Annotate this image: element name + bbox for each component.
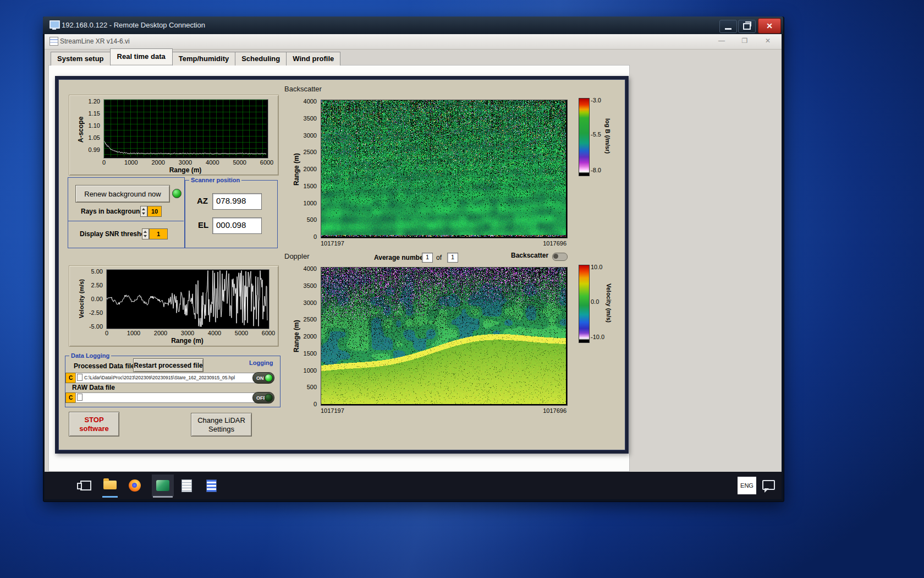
axis-tick: 4000: [208, 330, 221, 336]
renew-background-button[interactable]: Renew background now: [75, 185, 170, 203]
notification-center-icon[interactable]: [762, 480, 775, 490]
raw-drive-selector[interactable]: C: [65, 392, 76, 403]
axis-tick: 2000: [154, 330, 167, 336]
axis-tick: 1.15: [89, 110, 100, 117]
axis-tick: 0: [314, 233, 317, 240]
average-number-label: Average number: [374, 254, 426, 261]
raw-path-field[interactable]: [75, 392, 260, 403]
raw-logging-led: [265, 394, 273, 402]
average-count-field[interactable]: 1: [447, 253, 458, 263]
app-window-title: StreamLine XR v14-6.vi: [60, 37, 130, 45]
tab-wind-profile[interactable]: Wind profile: [286, 52, 340, 66]
ascope-plot: [103, 99, 268, 159]
data-logging-title: Data Logging: [69, 352, 111, 359]
az-value-display: 078.998: [212, 193, 262, 210]
axis-tick: 3000: [304, 299, 317, 306]
snr-threshold-label: Display SNR threshold: [80, 230, 151, 238]
backscatter-toggle-label: Backscatter: [511, 252, 548, 259]
rdp-close-button[interactable]: ✕: [758, 18, 781, 34]
axis-tick: 0: [105, 330, 108, 336]
doppler-colorbar-tick-mid: 0.0: [591, 298, 599, 305]
processed-data-file-label: Processed Data file: [74, 362, 135, 370]
axis-tick: 2000: [304, 333, 317, 340]
backscatter-colorbar-tick-top: -3.0: [591, 97, 601, 103]
doppler-y-ticks: 40003500300025002000150010005000: [299, 269, 318, 404]
axis-tick: -5.00: [89, 323, 103, 330]
app-titlebar[interactable]: StreamLine XR v14-6.vi — ❐ ✕: [45, 34, 782, 50]
axis-tick: -2.50: [89, 309, 103, 316]
renew-background-led: [172, 189, 182, 198]
on-label: ON: [256, 375, 264, 381]
scanner-position-group: [185, 180, 278, 248]
backscatter-display-toggle[interactable]: [552, 253, 568, 261]
axis-tick: 3500: [304, 282, 317, 289]
rdp-maximize-button[interactable]: [738, 20, 756, 33]
rays-in-background-label: Rays in background: [81, 208, 144, 215]
axis-tick: 3000: [181, 330, 194, 336]
file-explorer-icon[interactable]: [103, 481, 117, 489]
axis-tick: 500: [307, 384, 317, 390]
firefox-icon[interactable]: [129, 479, 141, 492]
app-icon: [50, 37, 58, 46]
axis-tick: 3500: [304, 115, 317, 122]
axis-tick: 1000: [124, 159, 138, 166]
restart-processed-file-button[interactable]: Restart processed file: [133, 358, 204, 372]
snr-value-field[interactable]: 1: [149, 228, 168, 239]
axis-tick: 1.20: [89, 98, 100, 105]
scan-schedule-app-icon[interactable]: [182, 479, 192, 492]
doppler-colorbar-label: Velocity (m/s): [605, 272, 613, 333]
app-close-button[interactable]: ✕: [763, 37, 773, 45]
stop-software-button[interactable]: STOP software: [69, 412, 119, 437]
rdp-titlebar[interactable]: 192.168.0.122 - Remote Desktop Connectio…: [43, 17, 783, 34]
app-minimize-button[interactable]: —: [717, 37, 727, 45]
doppler-heatmap: [321, 267, 568, 406]
rays-spinner[interactable]: [140, 206, 147, 217]
desktop: 192.168.0.122 - Remote Desktop Connectio…: [0, 0, 924, 578]
average-number-field[interactable]: 1: [422, 253, 433, 263]
axis-tick: 1000: [304, 200, 317, 206]
doppler-colorbar: [579, 265, 590, 343]
backscatter-x-start-label: 1017197: [321, 240, 344, 247]
axis-tick: 4000: [206, 159, 219, 166]
doppler-x-end-label: 1017696: [522, 407, 566, 414]
snr-spinner[interactable]: [142, 228, 149, 239]
language-indicator[interactable]: ENG: [738, 477, 756, 494]
rdp-minimize-button[interactable]: [719, 20, 737, 33]
task-view-icon[interactable]: [80, 481, 91, 490]
axis-tick: 1.05: [89, 134, 100, 141]
velocity-x-ticks: 0100020003000400050006000: [107, 330, 268, 336]
ascope-trace-canvas: [104, 100, 267, 157]
processed-path-file-icon: [77, 374, 82, 381]
rdp-window-icon: [50, 20, 60, 29]
backscatter-title: Backscatter: [284, 85, 322, 93]
stop-button-line1: STOP: [84, 416, 103, 424]
raw-logging-toggle[interactable]: OFF: [252, 392, 274, 403]
tab-temp-humidity[interactable]: Temp/humidity: [172, 52, 235, 66]
raw-path-file-icon: [77, 394, 82, 401]
rays-value-field[interactable]: 10: [147, 206, 162, 217]
tab-system-setup[interactable]: System setup: [51, 52, 111, 66]
axis-tick: 3000: [304, 132, 317, 139]
processed-path-field[interactable]: C:\Lidar\Data\Proc\2023\202309\20230915\…: [75, 373, 260, 383]
background-controls-divider: [68, 221, 184, 221]
app-restore-button[interactable]: ❐: [740, 37, 750, 45]
backscatter-colorbar: [579, 98, 590, 176]
change-lidar-settings-button[interactable]: Change LiDAR Settings: [191, 413, 252, 437]
velocity-y-ticks: 5.002.500.00-2.50-5.00: [83, 271, 104, 326]
tab-real-time-data[interactable]: Real time data: [110, 48, 173, 64]
backscatter-colorbar-tick-bottom: -8.0: [591, 167, 601, 173]
axis-tick: 5.00: [91, 268, 103, 275]
processed-logging-toggle[interactable]: ON: [252, 372, 274, 384]
axis-tick: 2500: [304, 316, 317, 323]
axis-tick: 2500: [304, 149, 317, 155]
ascope-x-ticks: 0100020003000400050006000: [104, 159, 267, 166]
tab-scheduling[interactable]: Scheduling: [235, 52, 287, 66]
axis-tick: 6000: [262, 330, 275, 336]
processed-drive-selector[interactable]: C: [65, 373, 76, 383]
velocity-trace-canvas: [107, 270, 268, 328]
remote-session-app-icon[interactable]: [156, 480, 169, 491]
data-viewer-app-icon[interactable]: [206, 479, 217, 492]
logging-label: Logging: [248, 359, 274, 366]
backscatter-y-ticks: 40003500300025002000150010005000: [299, 101, 318, 237]
axis-tick: 5000: [235, 330, 248, 336]
